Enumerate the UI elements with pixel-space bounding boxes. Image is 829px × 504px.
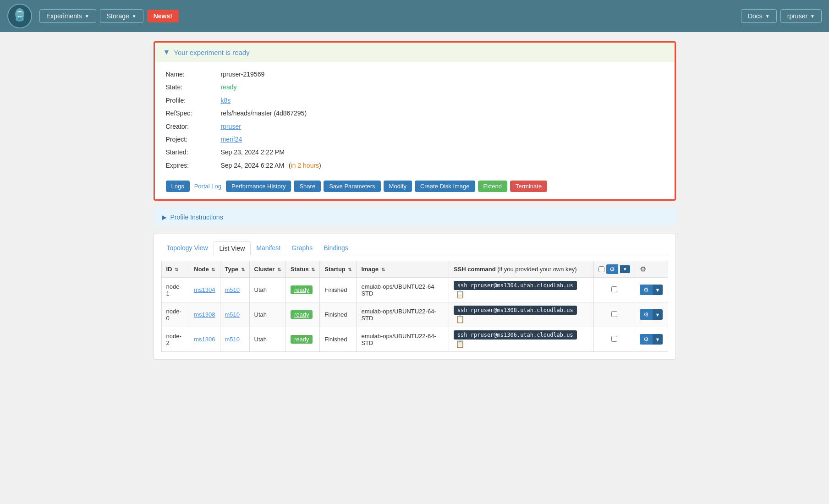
gear-caret-button-2[interactable]: ▼ xyxy=(653,334,663,345)
sort-node-icon[interactable]: ⇅ xyxy=(211,267,215,272)
type-link-0[interactable]: m510 xyxy=(225,286,240,293)
th-ssh: SSH command (if you provided your own ke… xyxy=(449,261,593,278)
sort-status-icon[interactable]: ⇅ xyxy=(311,267,315,272)
cell-node-1: ms1308 xyxy=(189,302,220,327)
expires-value: Sep 24, 2024 6:22 AM (in 2 hours) xyxy=(221,160,321,170)
ssh-command-1: ssh rpruser@ms1308.utah.cloudlab.us xyxy=(454,306,577,315)
project-value[interactable]: merif24 xyxy=(221,134,242,144)
portal-log-link[interactable]: Portal Log xyxy=(192,181,223,192)
detail-creator-row: Creator: rpruser xyxy=(166,121,664,131)
cell-status-0: ready xyxy=(285,278,319,302)
logs-button[interactable]: Logs xyxy=(166,181,190,192)
cell-status-2: ready xyxy=(285,327,319,352)
save-parameters-button[interactable]: Save Parameters xyxy=(324,181,380,192)
cell-cluster-1: Utah xyxy=(249,302,285,327)
view-tabs: Topology View List View Manifest Graphs … xyxy=(161,241,668,255)
th-gear-button[interactable]: ⚙ xyxy=(606,264,618,274)
profile-value[interactable]: k8s xyxy=(221,95,231,105)
clipboard-icon-0[interactable]: 📋 xyxy=(456,290,465,298)
cell-gear-1: ⚙ ▼ xyxy=(635,302,668,327)
status-badge-1[interactable]: ready xyxy=(291,310,313,319)
detail-started-row: Started: Sep 23, 2024 2:22 PM xyxy=(166,147,664,157)
state-value: ready xyxy=(221,82,237,92)
gear-button-1[interactable]: ⚙ xyxy=(640,309,653,320)
type-link-2[interactable]: m510 xyxy=(225,336,240,343)
gear-caret-button-1[interactable]: ▼ xyxy=(653,309,663,320)
modify-button[interactable]: Modify xyxy=(384,181,412,192)
cell-image-1: emulab-ops/UBUNTU22-64-STD xyxy=(357,302,449,327)
th-type: Type ⇅ xyxy=(220,261,249,278)
tab-bindings[interactable]: Bindings xyxy=(318,241,354,255)
th-gear-group: ⚙ ▼ xyxy=(598,264,630,274)
experiments-menu[interactable]: Experiments ▼ xyxy=(39,9,96,23)
sort-type-icon[interactable]: ⇅ xyxy=(241,267,245,272)
cell-checkbox-0 xyxy=(593,278,635,302)
tab-manifest[interactable]: Manifest xyxy=(251,241,286,255)
tab-graphs[interactable]: Graphs xyxy=(286,241,318,255)
th-settings-button[interactable]: ⚙ xyxy=(640,265,646,274)
ssh-command-0: ssh rpruser@ms1304.utah.cloudlab.us xyxy=(454,281,577,290)
cell-gear-0: ⚙ ▼ xyxy=(635,278,668,302)
status-badge-0[interactable]: ready xyxy=(291,285,313,294)
create-disk-image-button[interactable]: Create Disk Image xyxy=(415,181,475,192)
news-button[interactable]: News! xyxy=(147,10,179,22)
node-link-2[interactable]: ms1306 xyxy=(194,336,215,343)
name-value: rpruser-219569 xyxy=(221,69,265,79)
row-checkbox-0[interactable] xyxy=(611,286,617,292)
detail-state-row: State: ready xyxy=(166,82,664,92)
cell-ssh-2: ssh rpruser@ms1306.utah.cloudlab.us 📋 xyxy=(449,327,593,352)
tab-topology-view[interactable]: Topology View xyxy=(161,241,214,255)
share-button[interactable]: Share xyxy=(294,181,321,192)
detail-name-row: Name: rpruser-219569 xyxy=(166,69,664,79)
th-gear-caret-button[interactable]: ▼ xyxy=(620,265,630,273)
refspec-label: RefSpec: xyxy=(166,108,221,118)
expires-warn: in 2 hours xyxy=(291,162,319,169)
sort-startup-icon[interactable]: ⇅ xyxy=(348,267,351,272)
cell-type-2: m510 xyxy=(220,327,249,352)
gear-button-2[interactable]: ⚙ xyxy=(640,334,653,345)
chevron-down-icon: ▼ xyxy=(163,48,170,56)
cell-checkbox-2 xyxy=(593,327,635,352)
status-badge-2[interactable]: ready xyxy=(291,335,313,344)
nodes-tbody: node-1 ms1304 m510 Utah ready Finished e… xyxy=(161,278,668,352)
table-header-row: ID ⇅ Node ⇅ Type ⇅ Cluster ⇅ Status ⇅ St… xyxy=(161,261,668,278)
table-row: node-0 ms1308 m510 Utah ready Finished e… xyxy=(161,302,668,327)
table-row: node-1 ms1304 m510 Utah ready Finished e… xyxy=(161,278,668,302)
clipboard-icon-2[interactable]: 📋 xyxy=(456,340,465,348)
gear-group-2: ⚙ ▼ xyxy=(640,334,663,345)
performance-history-button[interactable]: Performance History xyxy=(226,181,291,192)
docs-menu[interactable]: Docs ▼ xyxy=(741,9,777,23)
ssh-command-2: ssh rpruser@ms1306.utah.cloudlab.us xyxy=(454,330,577,340)
clipboard-icon-1[interactable]: 📋 xyxy=(456,315,465,323)
sort-image-icon[interactable]: ⇅ xyxy=(381,267,385,272)
project-label: Project: xyxy=(166,134,221,144)
node-link-0[interactable]: ms1304 xyxy=(194,286,215,293)
cell-id-2: node-2 xyxy=(161,327,189,352)
cell-type-0: m510 xyxy=(220,278,249,302)
main-content: ▼ Your experiment is ready Name: rpruser… xyxy=(140,32,690,369)
creator-value[interactable]: rpruser xyxy=(221,121,241,131)
profile-instructions-label[interactable]: Profile Instructions xyxy=(170,214,223,221)
row-checkbox-1[interactable] xyxy=(611,311,617,317)
gear-caret-button-0[interactable]: ▼ xyxy=(653,285,663,295)
cell-image-0: emulab-ops/UBUNTU22-64-STD xyxy=(357,278,449,302)
user-menu[interactable]: rpruser ▼ xyxy=(780,9,822,23)
cell-gear-2: ⚙ ▼ xyxy=(635,327,668,352)
cell-cluster-0: Utah xyxy=(249,278,285,302)
type-link-1[interactable]: m510 xyxy=(225,311,240,318)
table-row: node-2 ms1306 m510 Utah ready Finished e… xyxy=(161,327,668,352)
sort-id-icon[interactable]: ⇅ xyxy=(175,267,178,272)
storage-menu[interactable]: Storage ▼ xyxy=(100,9,143,23)
terminate-button[interactable]: Terminate xyxy=(510,181,547,192)
extend-button[interactable]: Extend xyxy=(478,181,507,192)
profile-instructions-section[interactable]: ▶ Profile Instructions xyxy=(154,208,676,226)
profile-label: Profile: xyxy=(166,95,221,105)
state-label: State: xyxy=(166,82,221,92)
cell-node-2: ms1306 xyxy=(189,327,220,352)
node-link-1[interactable]: ms1308 xyxy=(194,311,215,318)
select-all-checkbox[interactable] xyxy=(598,266,604,272)
sort-cluster-icon[interactable]: ⇅ xyxy=(277,267,281,272)
row-checkbox-2[interactable] xyxy=(611,336,617,342)
gear-button-0[interactable]: ⚙ xyxy=(640,285,653,295)
tab-list-view[interactable]: List View xyxy=(214,241,251,255)
